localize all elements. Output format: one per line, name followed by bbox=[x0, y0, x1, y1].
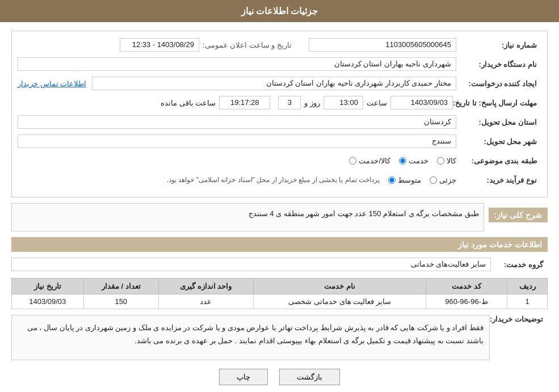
need-desc-section: شرح کلی نیاز: طبق مشخصات برگه ی استعلام … bbox=[11, 203, 548, 231]
purchase-type-motavaset[interactable]: متوسط bbox=[388, 176, 421, 184]
page-title: جزئیات اطلاعات نیاز bbox=[241, 6, 318, 16]
response-deadline-label: مهلت ارسال پاسخ: تا تاریخ: bbox=[453, 99, 541, 107]
need-number-label: شماره نیاز: bbox=[456, 41, 541, 49]
purchase-type-label: نوع فرآیند خرید: bbox=[456, 176, 541, 184]
category-radio-khedmat[interactable] bbox=[399, 157, 406, 165]
announcement-value: 1403/08/29 - 12:33 bbox=[120, 38, 199, 52]
purchase-type-radio-group: جزئی متوسط پرداخت تمام یا بخشی از مبلغ خ… bbox=[18, 176, 456, 184]
category-label: طبقه بندی موضوعی: bbox=[456, 157, 541, 165]
purchase-radio-motavaset[interactable] bbox=[388, 176, 396, 184]
service-group-value: سایر فعالیت‌های خدماتی bbox=[11, 258, 491, 271]
need-desc-label: شرح کلی نیاز: bbox=[494, 210, 542, 220]
purchase-type-jozi[interactable]: جزئی bbox=[430, 176, 456, 184]
category-row: طبقه بندی موضوعی: کالا خدمت کالا/خدمت bbox=[18, 153, 541, 168]
table-row: 1ط-96-96-960سایر فعالیت های خدماتی شخصیع… bbox=[12, 294, 548, 309]
col-row: ردیف bbox=[507, 279, 548, 294]
province-value: کردستان bbox=[18, 115, 456, 129]
category-option-khedmat-label: خدمت bbox=[409, 157, 428, 165]
province-label: استان محل تحویل: bbox=[456, 118, 541, 127]
contact-link[interactable]: اطلاعات تماس خریدار bbox=[18, 79, 86, 88]
purchase-radio-jozi[interactable] bbox=[430, 176, 437, 184]
buyer-org-value: شهرداری ناحیه بهاران استان کردستان bbox=[18, 57, 456, 71]
category-option-kala-khedmat-label: کالا/خدمت bbox=[359, 157, 390, 165]
buyer-org-label: نام دستگاه خریدار: bbox=[456, 60, 541, 69]
purchase-type-row: نوع فرآیند خرید: جزئی متوسط پرداخت تمام … bbox=[18, 172, 541, 188]
col-date: تاریخ نیاز bbox=[12, 279, 84, 294]
category-radio-kala-khedmat[interactable] bbox=[349, 157, 356, 165]
city-row: شهر محل تحویل: سنندج bbox=[18, 133, 541, 149]
buyer-notes-label: توضیحات خریدار: bbox=[490, 315, 548, 323]
category-radio-kala[interactable] bbox=[437, 157, 444, 165]
buyer-org-row: نام دستگاه خریدار: شهرداری ناحیه بهاران … bbox=[18, 56, 541, 72]
action-buttons: بازگشت چاپ bbox=[11, 369, 548, 392]
table-header-row: ردیف کد خدمت نام خدمت واحد اندازه گیری ت… bbox=[12, 279, 548, 294]
announcement-label: تاریخ و ساعت اعلان عمومی: bbox=[203, 41, 292, 49]
response-time-label: ساعت bbox=[367, 99, 387, 107]
need-number-value: 1103005605000645 bbox=[309, 38, 456, 52]
service-info-header: اطلاعات خدمات مورد نیاز bbox=[11, 237, 548, 252]
creator-row: ایجاد کننده درخواست: مختار حمیدی کاربردا… bbox=[18, 75, 541, 91]
response-remaining-label: ساعت باقی مانده bbox=[161, 99, 216, 107]
print-button[interactable]: چاپ bbox=[219, 369, 268, 385]
need-desc-value: طبق مشخصات برگه ی استعلام 150 عدد جهت ام… bbox=[11, 203, 484, 231]
province-row: استان محل تحویل: کردستان bbox=[18, 114, 541, 130]
city-value: سنندج bbox=[18, 134, 456, 148]
response-date: 1403/09/03 bbox=[390, 96, 453, 109]
main-form: شماره نیاز: 1103005605000645 تاریخ و ساع… bbox=[11, 31, 548, 197]
service-group-row: گروه خدمت: سایر فعالیت‌های خدماتی bbox=[11, 256, 548, 272]
need-number-row: شماره نیاز: 1103005605000645 تاریخ و ساع… bbox=[18, 37, 541, 53]
category-radio-group: کالا خدمت کالا/خدمت bbox=[18, 157, 456, 165]
city-label: شهر محل تحویل: bbox=[456, 137, 541, 146]
col-unit: واحد اندازه گیری bbox=[158, 279, 253, 294]
buyer-notes-value: فقط افراد و یا شرکت هایی که قادر به پذیر… bbox=[11, 315, 490, 360]
purchase-type-motavaset-label: متوسط bbox=[398, 176, 421, 184]
services-table: ردیف کد خدمت نام خدمت واحد اندازه گیری ت… bbox=[11, 278, 548, 309]
col-code: کد خدمت bbox=[426, 279, 507, 294]
buyer-notes-section: توضیحات خریدار: فقط افراد و یا شرکت هایی… bbox=[11, 315, 548, 360]
back-button[interactable]: بازگشت bbox=[279, 369, 340, 385]
col-name: نام خدمت bbox=[253, 279, 426, 294]
category-option-kala-khedmat[interactable]: کالا/خدمت bbox=[349, 157, 390, 165]
category-option-khedmat[interactable]: خدمت bbox=[399, 157, 428, 165]
purchase-type-note: پرداخت تمام یا بخشی از مبلغ خریدار از مح… bbox=[167, 176, 380, 184]
category-option-kala-label: کالا bbox=[447, 157, 456, 165]
response-days: 3 bbox=[278, 96, 301, 109]
service-group-label: گروه خدمت: bbox=[491, 260, 548, 269]
col-quantity: تعداد / مقدار bbox=[83, 279, 158, 294]
purchase-type-jozi-label: جزئی bbox=[439, 176, 456, 184]
category-option-kala[interactable]: کالا bbox=[437, 157, 456, 165]
creator-value: مختار حمیدی کاربردار شهرداری ناحیه بهارا… bbox=[92, 77, 456, 90]
page-header: جزئیات اطلاعات نیاز bbox=[0, 0, 559, 22]
creator-label: ایجاد کننده درخواست: bbox=[456, 79, 541, 88]
response-days-label: روز و bbox=[304, 99, 320, 107]
response-remaining: 19:17:28 bbox=[219, 96, 270, 109]
response-deadline-row: مهلت ارسال پاسخ: تا تاریخ: 1403/09/03 سا… bbox=[18, 95, 541, 111]
response-time: 13:00 bbox=[323, 96, 363, 109]
